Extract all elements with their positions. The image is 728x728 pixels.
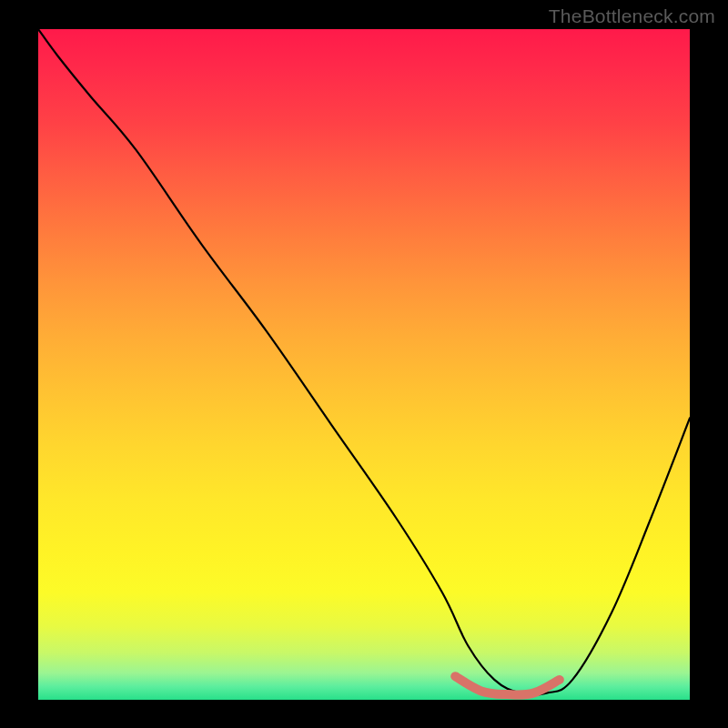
- chart-svg: [38, 29, 690, 700]
- watermark-text: TheBottleneck.com: [549, 5, 715, 27]
- bottleneck-curve-line: [38, 29, 690, 695]
- chart-plot-area: [38, 29, 690, 700]
- highlight-segment-line: [455, 676, 560, 694]
